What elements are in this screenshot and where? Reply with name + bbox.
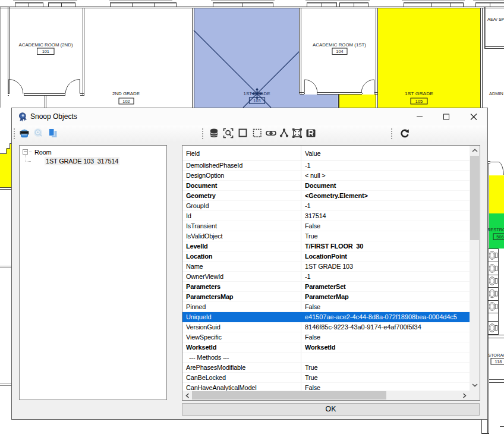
svg-text:ADMIN: ADMIN: [489, 91, 503, 96]
svg-text:ACADEMIC ROOM (2ND): ACADEMIC ROOM (2ND): [19, 42, 73, 48]
svg-text:506: 506: [496, 234, 503, 240]
svg-text:102: 102: [122, 99, 130, 104]
svg-text:104: 104: [336, 49, 343, 54]
svg-text:AEA/ SP: AEA/ SP: [487, 17, 504, 22]
svg-text:105: 105: [415, 99, 423, 104]
svg-text:ACADEMIC ROOM (1ST): ACADEMIC ROOM (1ST): [313, 42, 366, 48]
svg-text:STORAGE: STORAGE: [488, 353, 504, 358]
svg-text:118: 118: [495, 359, 502, 364]
svg-text:101: 101: [42, 49, 49, 54]
svg-text:RESTROOM: RESTROOM: [487, 227, 504, 232]
svg-text:1ST GRADE: 1ST GRADE: [405, 91, 433, 96]
svg-text:2ND GRADE: 2ND GRADE: [112, 91, 140, 96]
